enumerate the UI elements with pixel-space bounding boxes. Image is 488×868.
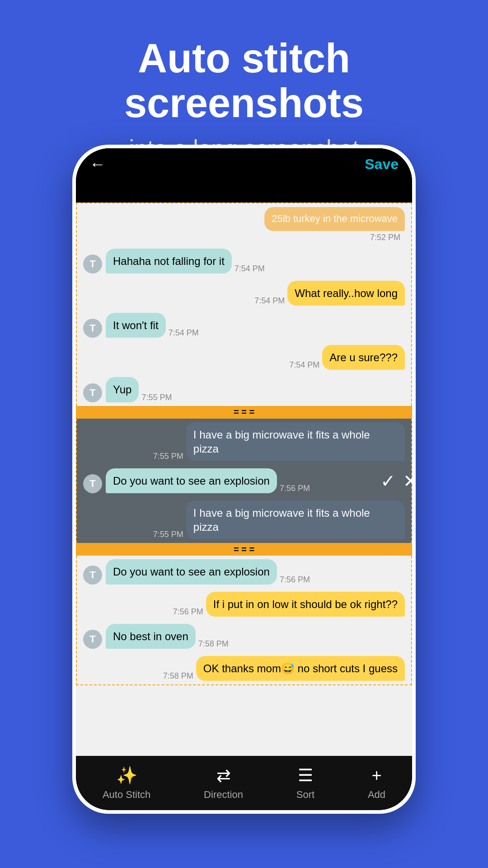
- timestamp: 7:56 PM: [280, 484, 310, 493]
- direction-label: Direction: [204, 789, 243, 801]
- sort-icon: ☰: [298, 765, 313, 785]
- bubble: OK thanks mom😅 no short cuts I guess: [196, 656, 405, 681]
- phone-frame: ← Save 25lb turkey in the microwave 7:52…: [72, 145, 416, 814]
- direction-icon: ⇄: [216, 765, 231, 785]
- avatar: T: [83, 474, 102, 493]
- msg-row-sent: 7:56 PM If i put in on low it should be …: [83, 592, 405, 617]
- bubble: Hahaha not falling for it: [106, 249, 232, 274]
- screenshot-1: 25lb turkey in the microwave 7:52 PM T H…: [76, 203, 412, 406]
- msg-block: 25lb turkey in the microwave 7:52 PM: [77, 203, 411, 245]
- bubble: Do you want to see an explosion: [106, 559, 277, 584]
- bubble: 25lb turkey in the microwave: [264, 207, 405, 231]
- msg-row-received: T Do you want to see an explosion 7:56 P…: [83, 468, 405, 493]
- check-icon[interactable]: ✓: [380, 471, 396, 491]
- sort-label: Sort: [296, 789, 314, 801]
- save-button[interactable]: Save: [365, 156, 399, 173]
- msg-block: T It won't fit 7:54 PM: [77, 309, 411, 341]
- msg-row-received: T It won't fit 7:54 PM: [83, 313, 405, 338]
- add-icon: +: [371, 766, 381, 785]
- msg-block: T Do you want to see an explosion 7:56 P…: [77, 465, 411, 497]
- msg-block: T Yup 7:55 PM: [77, 373, 411, 406]
- msg-block: T Hahaha not falling for it 7:54 PM: [77, 245, 411, 277]
- timestamp: 7:58 PM: [163, 671, 193, 681]
- toolbar-auto-stitch[interactable]: ✨ Auto Stitch: [103, 765, 150, 801]
- stitch-marker-2: = = =: [76, 543, 412, 556]
- check-cross-overlay: ✓ ✕: [380, 471, 412, 491]
- bubble: If i put in on low it should be ok right…: [206, 592, 405, 617]
- msg-row-sent: 7:58 PM OK thanks mom😅 no short cuts I g…: [83, 656, 405, 681]
- msg-row-sent: 7:55 PM I have a big microwave it fits a…: [83, 500, 405, 539]
- screenshot-2: T Do you want to see an explosion 7:56 P…: [76, 556, 412, 685]
- overlap-section: 7:55 PM I have a big microwave it fits a…: [76, 419, 412, 543]
- msg-row-sent: 7:55 PM I have a big microwave it fits a…: [83, 422, 405, 461]
- timestamp: 7:56 PM: [173, 607, 203, 617]
- msg-block: 7:58 PM OK thanks mom😅 no short cuts I g…: [77, 652, 411, 684]
- msg-row-received: T Yup 7:55 PM: [83, 377, 405, 402]
- msg-row-received: T No best in oven 7:58 PM: [83, 624, 405, 649]
- back-arrow-icon[interactable]: ←: [89, 155, 106, 174]
- bubble: It won't fit: [106, 313, 166, 338]
- msg-block: 7:54 PM What really..how long: [77, 277, 411, 309]
- timestamp: 7:55 PM: [153, 452, 183, 461]
- avatar: T: [83, 255, 102, 274]
- msg-row-received: T Do you want to see an explosion 7:56 P…: [83, 559, 405, 584]
- msg-row-received: T Hahaha not falling for it 7:54 PM: [83, 249, 405, 274]
- timestamp: 7:54 PM: [289, 360, 319, 370]
- bubble: No best in oven: [106, 624, 196, 649]
- top-bar: ← Save: [76, 148, 412, 180]
- msg-block: 7:55 PM I have a big microwave it fits a…: [77, 497, 411, 543]
- phone-inner: ← Save 25lb turkey in the microwave 7:52…: [76, 148, 412, 810]
- avatar: T: [83, 566, 102, 585]
- auto-stitch-label: Auto Stitch: [103, 789, 150, 801]
- bubble: I have a big microwave it fits a whole p…: [186, 500, 405, 539]
- bubble: I have a big microwave it fits a whole p…: [186, 422, 405, 461]
- main-title: Auto stitch screenshots: [27, 36, 461, 126]
- avatar: T: [83, 383, 102, 402]
- msg-row-sent: 25lb turkey in the microwave: [83, 207, 405, 231]
- msg-row-sent: 7:54 PM What really..how long: [83, 281, 405, 306]
- timestamp: 7:55 PM: [153, 530, 183, 539]
- bubble: What really..how long: [287, 281, 405, 306]
- toolbar-direction[interactable]: ⇄ Direction: [204, 765, 243, 801]
- msg-block: T No best in oven 7:58 PM: [77, 620, 411, 652]
- msg-block: 7:54 PM Are u sure???: [77, 341, 411, 373]
- timestamp: 7:56 PM: [280, 575, 310, 585]
- bubble: Do you want to see an explosion: [106, 468, 277, 493]
- add-label: Add: [368, 789, 385, 801]
- cross-icon[interactable]: ✕: [403, 471, 412, 491]
- avatar: T: [83, 630, 102, 649]
- avatar: T: [83, 319, 102, 338]
- msg-row-sent: 7:54 PM Are u sure???: [83, 345, 405, 370]
- timestamp: 7:52 PM: [83, 233, 405, 242]
- timestamp: 7:54 PM: [169, 328, 199, 338]
- bubble: Are u sure???: [322, 345, 405, 370]
- timestamp: 7:54 PM: [235, 264, 265, 274]
- timestamp: 7:54 PM: [254, 296, 285, 306]
- toolbar-add[interactable]: + Add: [368, 766, 385, 801]
- toolbar-sort[interactable]: ☰ Sort: [296, 765, 314, 801]
- stitch-marker-1: = = =: [76, 406, 412, 419]
- bubble: Yup: [106, 377, 139, 402]
- timestamp: 7:55 PM: [141, 393, 172, 402]
- msg-block: T Do you want to see an explosion 7:56 P…: [77, 556, 411, 588]
- chat-area: 25lb turkey in the microwave 7:52 PM T H…: [76, 203, 412, 756]
- msg-block: 7:55 PM I have a big microwave it fits a…: [77, 419, 411, 465]
- phone-container: ← Save 25lb turkey in the microwave 7:52…: [72, 145, 416, 814]
- msg-block: 7:56 PM If i put in on low it should be …: [77, 588, 411, 620]
- bottom-toolbar: ✨ Auto Stitch ⇄ Direction ☰ Sort + Add: [76, 756, 412, 810]
- auto-stitch-icon: ✨: [116, 765, 137, 785]
- timestamp: 7:58 PM: [198, 639, 229, 649]
